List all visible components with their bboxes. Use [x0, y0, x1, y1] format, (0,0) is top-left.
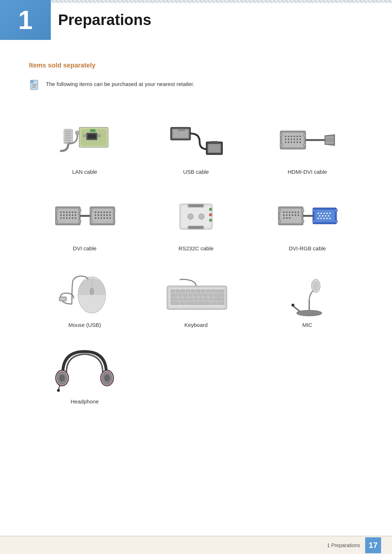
svg-rect-119: [280, 209, 301, 223]
svg-rect-1: [30, 80, 33, 83]
mic-label: MIC: [302, 322, 313, 328]
svg-point-90: [109, 212, 111, 213]
svg-rect-171: [196, 290, 200, 293]
svg-point-50: [297, 141, 298, 143]
svg-rect-167: [176, 290, 180, 293]
item-rs232c-cable: RS232C cable: [140, 186, 252, 255]
svg-point-95: [106, 214, 108, 216]
svg-point-67: [60, 214, 62, 216]
svg-point-136: [278, 220, 281, 223]
svg-point-49: [294, 141, 295, 143]
svg-rect-182: [203, 294, 208, 297]
mouse-usb-label: Mouse (USB): [68, 322, 101, 328]
svg-rect-172: [201, 290, 205, 293]
svg-point-103: [90, 209, 93, 212]
headphone-label: Headphone: [71, 398, 99, 405]
svg-point-68: [63, 214, 65, 216]
svg-point-77: [72, 217, 73, 219]
svg-point-41: [288, 139, 289, 140]
svg-point-152: [323, 218, 325, 219]
svg-point-102: [109, 217, 111, 219]
svg-rect-11: [65, 142, 71, 143]
rs232c-cable-label: RS232C cable: [179, 245, 214, 251]
lan-cable-label: LAN cable: [72, 169, 97, 175]
svg-rect-112: [189, 205, 203, 207]
svg-point-211: [57, 389, 60, 392]
svg-point-153: [326, 218, 328, 219]
svg-rect-6: [65, 131, 71, 132]
svg-point-80: [55, 220, 58, 223]
notice-row: The following items can be purchased at …: [29, 79, 363, 91]
svg-point-123: [292, 212, 293, 213]
svg-point-144: [326, 213, 328, 214]
svg-point-110: [199, 214, 204, 219]
svg-rect-27: [178, 130, 185, 131]
keyboard-label: Keyboard: [184, 322, 208, 328]
svg-rect-114: [189, 226, 203, 229]
svg-rect-22: [90, 129, 95, 132]
item-mouse-usb: Mouse (USB): [29, 262, 140, 332]
svg-point-157: [335, 209, 338, 212]
svg-point-85: [95, 212, 96, 213]
svg-rect-180: [193, 294, 197, 297]
svg-point-151: [320, 218, 322, 219]
lan-cable-image: [52, 116, 117, 164]
svg-point-87: [101, 212, 102, 213]
svg-point-134: [289, 217, 290, 219]
svg-rect-196: [185, 301, 211, 305]
svg-point-117: [209, 219, 212, 222]
svg-point-138: [301, 220, 304, 223]
svg-point-94: [103, 214, 105, 216]
svg-point-89: [106, 212, 108, 213]
svg-rect-168: [181, 290, 185, 293]
items-grid: LAN cable: [29, 109, 363, 408]
svg-point-99: [101, 217, 102, 219]
svg-point-53: [280, 143, 283, 146]
rs232c-cable-image: [163, 193, 229, 240]
svg-rect-189: [194, 297, 198, 301]
svg-rect-193: [214, 297, 224, 301]
hdmi-dvi-cable-image: [275, 116, 340, 164]
svg-rect-33: [282, 133, 304, 147]
svg-point-98: [98, 217, 99, 219]
svg-point-55: [303, 143, 306, 146]
footer-page-number: 17: [365, 537, 381, 553]
svg-rect-179: [188, 294, 192, 297]
svg-point-106: [113, 220, 115, 223]
item-hdmi-dvi-cable: HDMI-DVI cable: [252, 109, 363, 178]
svg-rect-166: [171, 290, 175, 293]
svg-rect-140: [315, 210, 335, 222]
svg-point-43: [294, 139, 295, 140]
main-content: Items sold separately The following item…: [0, 40, 392, 430]
svg-point-69: [66, 214, 68, 216]
svg-point-109: [188, 214, 193, 219]
svg-point-76: [69, 217, 70, 219]
svg-rect-9: [65, 138, 71, 139]
svg-point-78: [75, 217, 76, 219]
svg-point-135: [278, 209, 281, 212]
svg-point-101: [106, 217, 108, 219]
svg-point-137: [301, 209, 304, 212]
svg-point-88: [103, 212, 105, 213]
svg-point-39: [299, 136, 301, 137]
svg-point-130: [295, 214, 296, 216]
svg-point-150: [318, 218, 319, 219]
page-title: Preparations: [58, 11, 151, 29]
svg-point-204: [313, 281, 319, 291]
svg-point-46: [285, 141, 286, 143]
mouse-usb-image: [52, 270, 117, 317]
svg-rect-175: [216, 290, 224, 293]
svg-point-148: [325, 215, 326, 217]
svg-point-141: [318, 213, 319, 214]
svg-point-120: [283, 212, 285, 213]
svg-rect-30: [208, 144, 220, 152]
svg-point-35: [288, 136, 289, 137]
svg-point-200: [291, 304, 294, 307]
svg-point-121: [286, 212, 287, 213]
svg-point-97: [95, 217, 96, 219]
svg-point-93: [101, 214, 102, 216]
svg-rect-60: [57, 209, 78, 223]
svg-rect-186: [179, 297, 183, 301]
svg-rect-183: [208, 294, 213, 297]
svg-point-142: [320, 213, 322, 214]
